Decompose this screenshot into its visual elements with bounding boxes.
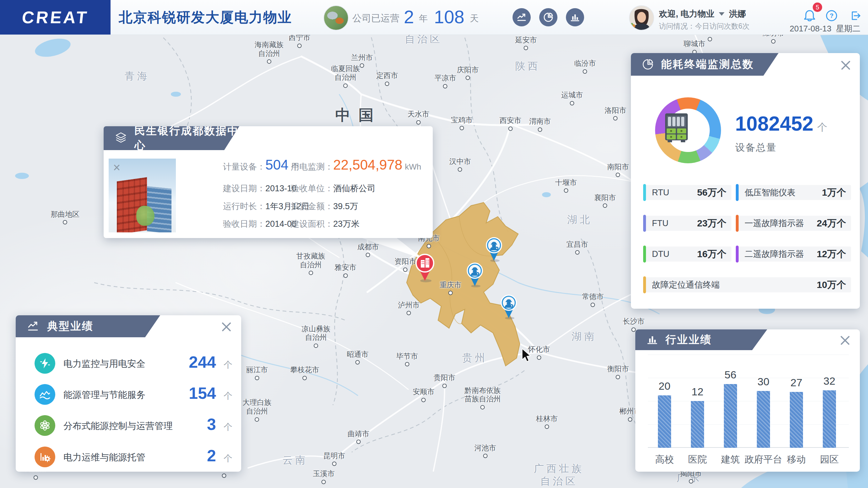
- legend-row-RTU: RTU56万个: [643, 185, 732, 200]
- close-button[interactable]: [840, 335, 850, 346]
- logo[interactable]: CREAT: [0, 0, 111, 34]
- help-button[interactable]: ?: [825, 9, 838, 23]
- bar-value: 30: [745, 375, 782, 388]
- typical-unit: 个: [224, 359, 232, 371]
- city-dot: [366, 253, 370, 257]
- city-label: 延安市: [515, 35, 537, 50]
- device-total-value: 1082452: [735, 113, 813, 135]
- avatar-image: [630, 6, 653, 30]
- site-pin-worker[interactable]: [500, 294, 518, 321]
- city-label: 重庆市: [440, 281, 461, 296]
- pie-icon: [642, 58, 654, 71]
- lightning-icon: [35, 353, 55, 374]
- typical-label: 能源管理与节能服务: [63, 389, 146, 401]
- city-dot: [255, 376, 259, 380]
- site-pin-worker[interactable]: [485, 237, 503, 264]
- close-button[interactable]: [221, 322, 232, 332]
- province-label: 广西壮族 自治区: [534, 462, 584, 487]
- typical-label: 电力监控与用电安全: [63, 358, 146, 370]
- pie-chart-button[interactable]: [539, 8, 557, 26]
- city-label: 洛阳市: [604, 106, 626, 121]
- typical-value: 244: [189, 353, 216, 371]
- legend-row-一遥故障指示器: 一遥故障指示器24万个: [736, 216, 851, 231]
- date-display: 2017-08-13 星期二: [788, 23, 861, 34]
- site-info-popup: 民生银行成都数据中心 × 计量设备：504个用电监测：22,504,978kWh…: [104, 126, 433, 238]
- legend-label: 二遥故障指示器: [745, 248, 804, 260]
- popup-header: 民生银行成都数据中心: [104, 126, 239, 150]
- close-button[interactable]: [840, 60, 851, 71]
- page-title: 北京科锐研发大厦电力物业: [119, 0, 292, 34]
- city-label: 天水市: [408, 110, 429, 125]
- city-label: 汉中市: [449, 157, 471, 172]
- city-label: 丽江市: [246, 366, 268, 380]
- chevron-down-icon[interactable]: [719, 12, 724, 16]
- city-label: 十堰市: [555, 178, 577, 193]
- field-value: 39.5万: [333, 202, 358, 211]
- device-cabinet-icon: [664, 113, 689, 144]
- typical-value: 3: [207, 415, 216, 434]
- bar-value: 20: [646, 380, 683, 392]
- legend-row-FTU: FTU23万个: [643, 216, 732, 231]
- province-label: 贵州: [462, 352, 487, 364]
- city-label: 凉山彝族 自治州: [302, 325, 330, 348]
- bar-园区: [823, 390, 836, 448]
- site-field-投资金额: 投资金额：39.5万: [291, 201, 358, 212]
- city-label: 昭通市: [347, 350, 368, 365]
- city-label: 西安市: [500, 116, 521, 131]
- city-label: 定西市: [376, 71, 398, 86]
- company-photo-thumb[interactable]: [323, 5, 349, 30]
- city-label: 南阳市: [607, 162, 629, 177]
- city-dot: [524, 46, 528, 50]
- city-dot: [443, 84, 447, 88]
- legend-label: 一遥故障指示器: [745, 218, 804, 229]
- site-pin-building[interactable]: [414, 253, 435, 284]
- bar-value: 12: [679, 386, 716, 398]
- city-dot: [591, 302, 595, 307]
- site-field-建设面积: 建设面积：23万米: [291, 218, 360, 230]
- city-dot: [302, 376, 307, 380]
- legend-row-故障定位通信终端: 故障定位通信终端10万个: [643, 277, 851, 292]
- city-dot: [483, 454, 487, 458]
- user-welcome[interactable]: 欢迎, 电力物业 洪娜: [659, 8, 746, 20]
- city-label: 河池市: [474, 444, 496, 458]
- bar-value: 27: [778, 376, 815, 389]
- trend-chart-button[interactable]: [513, 8, 531, 26]
- city-dot: [385, 81, 390, 86]
- bar-chart-button[interactable]: [566, 8, 584, 26]
- gridline: [648, 355, 849, 355]
- city-dot: [332, 462, 336, 466]
- legend-value: 12万个: [817, 248, 846, 261]
- city-label: 临夏回族 自治州: [331, 64, 360, 88]
- site-pin-worker[interactable]: [466, 262, 484, 289]
- city-dot: [689, 479, 693, 484]
- bar-医院: [691, 401, 704, 448]
- logout-icon: [849, 9, 862, 22]
- typical-panel-title: 典型业绩: [47, 319, 94, 334]
- city-dot: [267, 59, 271, 64]
- device-total-label: 设备总量: [735, 141, 827, 154]
- city-dot: [33, 476, 38, 480]
- city-label: 甘孜藏族 自治州: [297, 252, 326, 275]
- city-dot: [583, 69, 587, 74]
- device-total-unit: 个: [817, 122, 827, 133]
- city-dot: [508, 126, 513, 131]
- operation-days-unit: 天: [470, 12, 478, 25]
- city-label: 运城市: [561, 91, 583, 105]
- province-label: 中国: [335, 106, 382, 125]
- city-label: 攀枝花市: [290, 366, 319, 380]
- site-photo: ×: [108, 159, 176, 233]
- legend-value: 23万个: [697, 217, 726, 230]
- logout-button[interactable]: [849, 9, 862, 23]
- city-label: 常德市: [582, 292, 603, 307]
- province-label: 湖北: [567, 213, 592, 226]
- city-dot: [537, 355, 541, 360]
- site-field-计量设备: 计量设备：504个: [223, 157, 299, 173]
- close-icon[interactable]: ×: [113, 161, 120, 174]
- city-label: 西宁市: [288, 33, 310, 48]
- legend-label: RTU: [652, 188, 669, 197]
- bar-建筑: [724, 384, 737, 448]
- legend-color-bar: [643, 276, 646, 293]
- user-avatar[interactable]: [629, 5, 654, 30]
- city-label: 成都市: [357, 242, 379, 257]
- city-dot: [448, 291, 453, 295]
